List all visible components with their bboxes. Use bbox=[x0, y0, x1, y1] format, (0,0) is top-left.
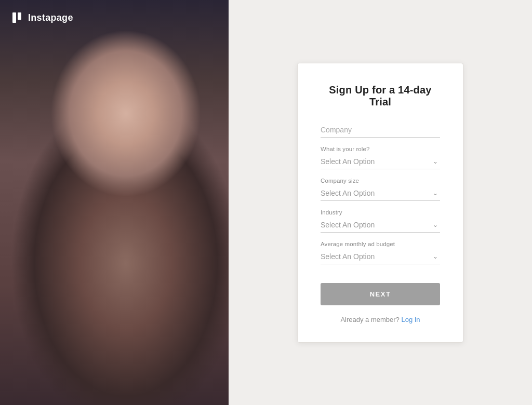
company-size-select-wrapper: Select An Option ⌄ bbox=[321, 186, 440, 201]
login-link[interactable]: Log In bbox=[401, 316, 420, 323]
instapage-logo-icon bbox=[11, 11, 24, 24]
budget-group: Average monthly ad budget Select An Opti… bbox=[321, 241, 440, 264]
background-image bbox=[0, 0, 229, 405]
company-size-select[interactable]: Select An Option bbox=[321, 186, 440, 200]
role-select[interactable]: Select An Option bbox=[321, 154, 440, 169]
card-title: Sign Up for a 14-day Trial bbox=[321, 84, 440, 108]
next-button[interactable]: NEXT bbox=[321, 283, 440, 305]
budget-select-wrapper: Select An Option ⌄ bbox=[321, 249, 440, 264]
svg-rect-0 bbox=[12, 12, 16, 23]
signup-card: Sign Up for a 14-day Trial What is your … bbox=[297, 63, 463, 343]
budget-label: Average monthly ad budget bbox=[321, 241, 440, 247]
industry-group: Industry Select An Option ⌄ bbox=[321, 209, 440, 233]
already-member-text: Already a member? bbox=[340, 316, 399, 323]
company-input[interactable] bbox=[321, 123, 440, 138]
industry-select[interactable]: Select An Option bbox=[321, 218, 440, 232]
svg-rect-1 bbox=[18, 12, 21, 20]
role-group: What is your role? Select An Option ⌄ bbox=[321, 146, 440, 169]
company-size-label: Company size bbox=[321, 178, 440, 184]
role-select-wrapper: Select An Option ⌄ bbox=[321, 154, 440, 169]
person-portrait bbox=[0, 0, 229, 405]
right-panel: Sign Up for a 14-day Trial What is your … bbox=[229, 0, 532, 405]
logo-text: Instapage bbox=[28, 12, 73, 23]
budget-select[interactable]: Select An Option bbox=[321, 249, 440, 264]
industry-select-wrapper: Select An Option ⌄ bbox=[321, 218, 440, 233]
industry-label: Industry bbox=[321, 209, 440, 215]
login-prompt: Already a member? Log In bbox=[321, 316, 440, 323]
company-group bbox=[321, 123, 440, 138]
company-size-group: Company size Select An Option ⌄ bbox=[321, 178, 440, 201]
left-panel: Instapage bbox=[0, 0, 229, 405]
role-label: What is your role? bbox=[321, 146, 440, 152]
logo: Instapage bbox=[11, 11, 73, 24]
